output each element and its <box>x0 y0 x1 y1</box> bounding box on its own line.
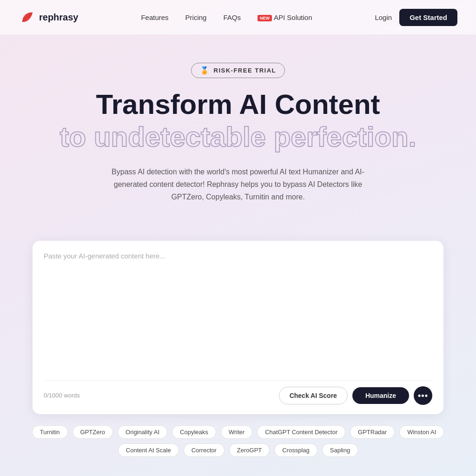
logo-text: rephrasy <box>39 12 79 23</box>
tag-item[interactable]: Turnitin <box>32 425 68 439</box>
tag-item[interactable]: ZeroGPT <box>229 443 270 457</box>
nav-pricing[interactable]: Pricing <box>185 13 207 21</box>
tag-item[interactable]: Writer <box>221 425 252 439</box>
more-dots: ••• <box>418 391 428 400</box>
badge-icon: 🏅 <box>200 66 210 75</box>
word-count: 0/1000 words <box>44 392 80 399</box>
new-badge: NEW <box>258 15 272 21</box>
tag-item[interactable]: Crossplag <box>274 443 317 457</box>
tags-row-1: TurnitinGPTZeroOriginality AICopyleaksWr… <box>19 425 457 439</box>
tag-item[interactable]: Winston AI <box>399 425 444 439</box>
hero-title-line1: Transform AI Content <box>19 89 457 120</box>
tag-item[interactable]: GPTZero <box>73 425 113 439</box>
content-textarea[interactable] <box>44 252 432 373</box>
tags-area: TurnitinGPTZeroOriginality AICopyleaksWr… <box>0 414 476 467</box>
tag-item[interactable]: Originality AI <box>118 425 167 439</box>
tag-item[interactable]: GPTRadar <box>350 425 395 439</box>
humanize-button[interactable]: Humanize <box>352 387 409 404</box>
editor-actions: Check AI Score Humanize ••• <box>279 386 432 405</box>
badge-text: RISK-FREE TRIAL <box>214 67 276 74</box>
hero-description: Bypass AI detection with the world's mos… <box>108 165 368 204</box>
tag-item[interactable]: Content At Scale <box>118 443 179 457</box>
trial-badge: 🏅 RISK-FREE TRIAL <box>191 63 285 78</box>
login-button[interactable]: Login <box>375 13 392 21</box>
tag-item[interactable]: ChatGPT Content Detector <box>257 425 345 439</box>
hero-section: 🏅 RISK-FREE TRIAL Transform AI Content t… <box>0 35 476 241</box>
footer-note: By clicking 'check AI score' or 'Humaniz… <box>0 467 476 476</box>
tag-item[interactable]: Corrector <box>184 443 225 457</box>
nav-features[interactable]: Features <box>141 13 168 21</box>
editor-container: 0/1000 words Check AI Score Humanize ••• <box>33 241 443 414</box>
nav-actions: Login Get Started <box>375 9 457 26</box>
nav-links: Features Pricing FAQs NEWAPI Solution <box>141 13 312 21</box>
nav-faqs[interactable]: FAQs <box>223 13 241 21</box>
nav-api[interactable]: NEWAPI Solution <box>258 13 312 21</box>
editor-footer: 0/1000 words Check AI Score Humanize ••• <box>44 380 432 405</box>
tag-item[interactable]: Sapling <box>322 443 358 457</box>
check-ai-button[interactable]: Check AI Score <box>279 387 348 404</box>
get-started-button[interactable]: Get Started <box>399 9 457 26</box>
tag-item[interactable]: Copyleaks <box>172 425 216 439</box>
tags-row-2: Content At ScaleCorrectorZeroGPTCrosspla… <box>19 443 457 457</box>
logo[interactable]: rephrasy <box>19 9 79 26</box>
logo-icon <box>19 9 35 26</box>
more-options-button[interactable]: ••• <box>414 386 432 405</box>
navbar: rephrasy Features Pricing FAQs NEWAPI So… <box>0 0 476 35</box>
hero-title-line2: to undetectable perfection. <box>19 122 457 152</box>
